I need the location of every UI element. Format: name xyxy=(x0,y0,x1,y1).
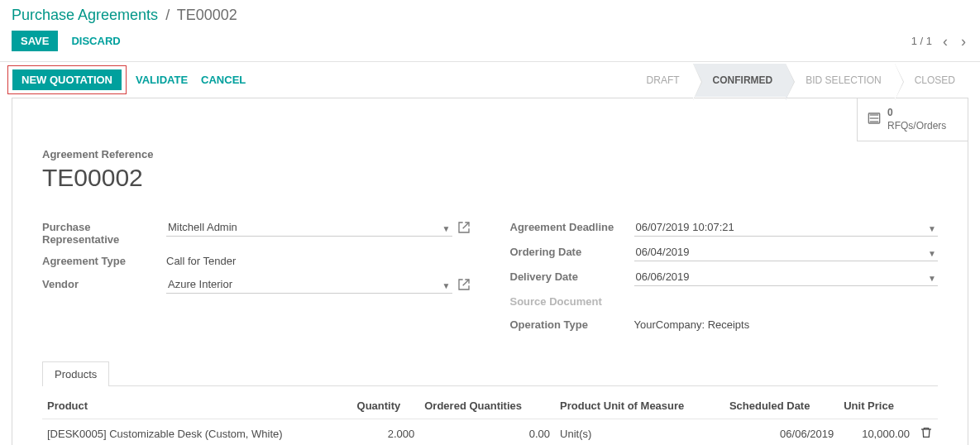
tab-products[interactable]: Products xyxy=(42,361,109,386)
agreement-type-value: Call for Tender xyxy=(166,252,236,267)
agreement-ref-label: Agreement Reference xyxy=(42,148,938,160)
chevron-down-icon: ▼ xyxy=(928,249,936,258)
ordering-date-value: 06/04/2019 xyxy=(636,246,690,258)
save-button[interactable]: SAVE xyxy=(12,31,58,51)
purchase-rep-label: Purchase Representative xyxy=(42,218,166,246)
status-closed[interactable]: CLOSED xyxy=(895,64,968,97)
highlight-box: NEW QUOTATION xyxy=(7,65,127,94)
col-ordered[interactable]: Ordered Quantities xyxy=(419,393,555,419)
breadcrumb: Purchase Agreements / TE00002 xyxy=(0,0,980,27)
list-icon xyxy=(868,112,881,127)
delivery-date-value: 06/06/2019 xyxy=(636,270,690,283)
chevron-down-icon: ▼ xyxy=(442,281,451,290)
col-product[interactable]: Product xyxy=(42,393,352,419)
rfq-count: 0 xyxy=(887,107,946,120)
products-table: Product Quantity Ordered Quantities Prod… xyxy=(42,393,938,445)
vendor-input[interactable]: Azure Interior ▼ xyxy=(166,275,452,294)
cell-scheduled[interactable]: 06/06/2019 xyxy=(724,419,839,446)
agreement-deadline-value: 06/07/2019 10:07:21 xyxy=(636,221,734,233)
agreement-ref-value: TE00002 xyxy=(42,164,938,192)
pager-next[interactable]: › xyxy=(958,34,968,49)
cell-price[interactable]: 10,000.00 xyxy=(839,419,915,446)
col-quantity[interactable]: Quantity xyxy=(352,393,420,419)
external-link-icon[interactable] xyxy=(457,221,471,234)
ordering-date-input[interactable]: 06/04/2019 ▼ xyxy=(634,243,939,261)
status-confirmed[interactable]: CONFIRMED xyxy=(693,64,786,97)
action-bar: NEW QUOTATION VALIDATE CANCEL DRAFT CONF… xyxy=(0,61,980,98)
chevron-down-icon: ▼ xyxy=(928,224,936,233)
pager-count: 1 / 1 xyxy=(911,35,932,47)
source-document-label: Source Document xyxy=(510,293,634,308)
breadcrumb-current: TE00002 xyxy=(177,7,237,23)
col-price[interactable]: Unit Price xyxy=(839,393,915,419)
status-bid-selection[interactable]: BID SELECTION xyxy=(786,64,894,97)
external-link-icon[interactable] xyxy=(457,278,471,291)
agreement-deadline-label: Agreement Deadline xyxy=(510,218,634,233)
cancel-button[interactable]: CANCEL xyxy=(201,74,246,86)
status-draft[interactable]: DRAFT xyxy=(627,64,693,97)
delivery-date-input[interactable]: 06/06/2019 ▼ xyxy=(634,268,939,286)
cell-quantity[interactable]: 2.000 xyxy=(352,419,420,446)
delete-row-icon[interactable] xyxy=(915,419,938,446)
col-uom[interactable]: Product Unit of Measure xyxy=(555,393,724,419)
rfq-orders-button[interactable]: 0 RFQs/Orders xyxy=(857,98,968,141)
cell-product[interactable]: [DESK0005] Customizable Desk (Custom, Wh… xyxy=(42,419,352,446)
validate-button[interactable]: VALIDATE xyxy=(136,74,188,86)
rfq-label: RFQs/Orders xyxy=(887,120,946,133)
vendor-label: Vendor xyxy=(42,275,166,290)
delivery-date-label: Delivery Date xyxy=(510,268,634,283)
table-row[interactable]: [DESK0005] Customizable Desk (Custom, Wh… xyxy=(42,419,938,446)
form-sheet: 0 RFQs/Orders Agreement Reference TE0000… xyxy=(12,98,968,445)
discard-button[interactable]: DISCARD xyxy=(71,35,120,47)
control-row: SAVE DISCARD 1 / 1 ‹ › xyxy=(0,27,980,61)
agreement-deadline-input[interactable]: 06/07/2019 10:07:21 ▼ xyxy=(634,218,939,237)
ordering-date-label: Ordering Date xyxy=(510,243,634,258)
new-quotation-button[interactable]: NEW QUOTATION xyxy=(12,69,122,90)
purchase-rep-value: Mitchell Admin xyxy=(168,221,237,233)
cell-ordered: 0.00 xyxy=(419,419,555,446)
purchase-rep-input[interactable]: Mitchell Admin ▼ xyxy=(166,218,452,237)
chevron-down-icon: ▼ xyxy=(442,224,451,233)
col-scheduled[interactable]: Scheduled Date xyxy=(724,393,839,419)
breadcrumb-link[interactable]: Purchase Agreements xyxy=(12,7,158,23)
cell-uom[interactable]: Unit(s) xyxy=(555,419,724,446)
status-steps: DRAFT CONFIRMED BID SELECTION CLOSED xyxy=(627,62,968,98)
operation-type-value: YourCompany: Receipts xyxy=(634,316,750,331)
agreement-type-label: Agreement Type xyxy=(42,252,166,267)
breadcrumb-sep: / xyxy=(165,7,170,23)
chevron-down-icon: ▼ xyxy=(928,274,936,283)
pager-prev[interactable]: ‹ xyxy=(940,34,950,49)
vendor-value: Azure Interior xyxy=(168,278,232,290)
operation-type-label: Operation Type xyxy=(510,316,634,331)
